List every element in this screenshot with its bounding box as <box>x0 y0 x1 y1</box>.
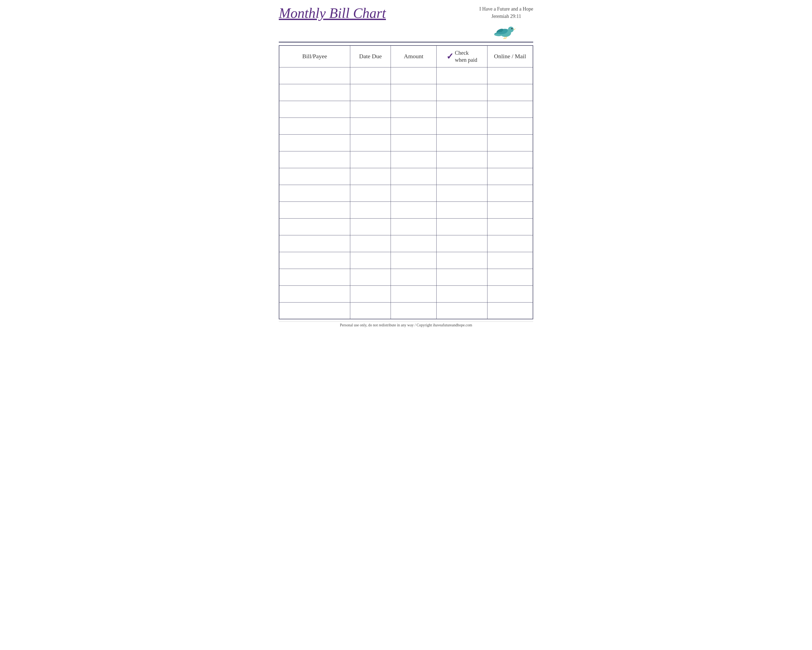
table-cell <box>279 218 350 235</box>
table-cell <box>279 202 350 218</box>
table-cell <box>487 286 533 302</box>
table-cell <box>487 185 533 202</box>
table-cell <box>437 84 487 101</box>
table-cell <box>437 286 487 302</box>
table-cell <box>279 84 350 101</box>
table-cell <box>391 101 437 118</box>
svg-marker-3 <box>514 28 516 30</box>
table-row <box>279 101 533 118</box>
table-cell <box>279 67 350 84</box>
table-cell <box>437 202 487 218</box>
table-cell <box>350 168 391 185</box>
table-cell <box>391 151 437 168</box>
page-header: Monthly Bill Chart I Have a Future and a… <box>279 5 533 43</box>
table-row <box>279 67 533 84</box>
table-cell <box>279 269 350 286</box>
table-cell <box>487 134 533 151</box>
table-cell <box>487 202 533 218</box>
table-cell <box>350 218 391 235</box>
table-cell <box>437 269 487 286</box>
table-cell <box>279 101 350 118</box>
table-cell <box>350 286 391 302</box>
table-cell <box>279 134 350 151</box>
table-cell <box>437 101 487 118</box>
table-cell <box>391 67 437 84</box>
col-header-bill-payee: Bill/Payee <box>279 46 350 67</box>
title: Monthly Bill Chart <box>279 5 386 21</box>
table-row <box>279 134 533 151</box>
table-cell <box>437 252 487 269</box>
table-row <box>279 286 533 302</box>
table-cell <box>487 84 533 101</box>
table-cell <box>350 202 391 218</box>
table-cell <box>437 218 487 235</box>
table-cell <box>279 168 350 185</box>
svg-point-1 <box>508 26 514 32</box>
table-cell <box>350 118 391 134</box>
table-cell <box>350 269 391 286</box>
col-header-amount: Amount <box>391 46 437 67</box>
table-row <box>279 185 533 202</box>
table-header-row: Bill/Payee Date Due Amount ✓ Checkwhen p… <box>279 46 533 67</box>
table-cell <box>437 185 487 202</box>
table-row <box>279 118 533 134</box>
table-cell <box>391 168 437 185</box>
table-cell <box>487 269 533 286</box>
table-cell <box>487 302 533 319</box>
table-cell <box>391 269 437 286</box>
table-cell <box>279 235 350 252</box>
table-cell <box>437 118 487 134</box>
bird-illustration <box>494 21 519 40</box>
table-cell <box>487 151 533 168</box>
bird-icon <box>494 21 519 40</box>
table-cell <box>487 118 533 134</box>
table-cell <box>391 286 437 302</box>
tagline: I Have a Future and a Hope Jeremiah 29:1… <box>479 5 533 20</box>
table-cell <box>437 168 487 185</box>
table-cell <box>487 168 533 185</box>
table-cell <box>391 185 437 202</box>
table-cell <box>487 218 533 235</box>
bill-chart-table: Bill/Payee Date Due Amount ✓ Checkwhen p… <box>279 45 533 319</box>
table-cell <box>279 252 350 269</box>
table-cell <box>391 302 437 319</box>
table-cell <box>350 67 391 84</box>
table-row <box>279 168 533 185</box>
col-header-check-when-paid: ✓ Checkwhen paid <box>437 46 487 67</box>
table-cell <box>350 101 391 118</box>
check-when-paid-label: Checkwhen paid <box>455 49 477 63</box>
table-cell <box>391 118 437 134</box>
table-cell <box>487 252 533 269</box>
table-cell <box>391 84 437 101</box>
footer: Personal use only, do not redistribute i… <box>279 321 533 327</box>
table-cell <box>279 302 350 319</box>
table-cell <box>350 185 391 202</box>
table-cell <box>437 151 487 168</box>
table-row <box>279 252 533 269</box>
table-cell <box>279 286 350 302</box>
table-row <box>279 302 533 319</box>
table-row <box>279 151 533 168</box>
col-header-date-due: Date Due <box>350 46 391 67</box>
table-cell <box>350 134 391 151</box>
table-cell <box>350 151 391 168</box>
table-cell <box>437 67 487 84</box>
table-cell <box>437 235 487 252</box>
table-cell <box>391 202 437 218</box>
table-body <box>279 67 533 319</box>
table-row <box>279 235 533 252</box>
col-header-online-mail: Online / Mail <box>487 46 533 67</box>
table-row <box>279 218 533 235</box>
table-row <box>279 269 533 286</box>
table-cell <box>350 235 391 252</box>
table-cell <box>350 302 391 319</box>
header-right: I Have a Future and a Hope Jeremiah 29:1… <box>479 5 533 40</box>
table-cell <box>350 84 391 101</box>
table-cell <box>437 134 487 151</box>
table-cell <box>279 118 350 134</box>
table-cell <box>487 101 533 118</box>
table-cell <box>487 67 533 84</box>
table-row <box>279 84 533 101</box>
table-cell <box>279 151 350 168</box>
table-cell <box>391 252 437 269</box>
